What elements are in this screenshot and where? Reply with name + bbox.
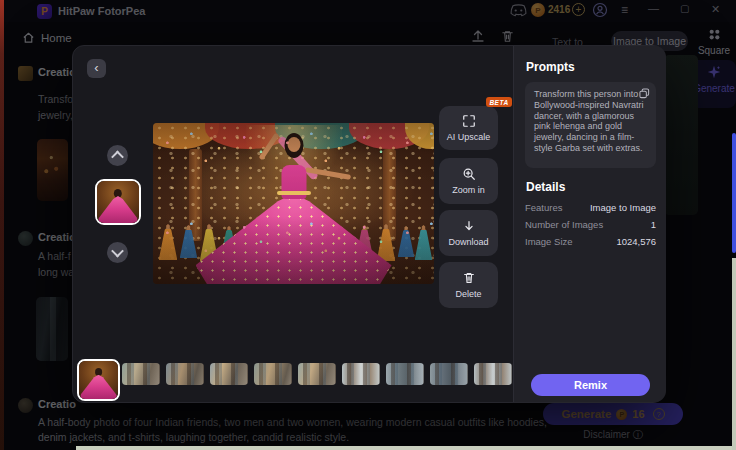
zoom-in-button[interactable]: Zoom in (439, 158, 498, 204)
detail-row-features: FeaturesImage to Image (525, 202, 656, 215)
previous-image-button[interactable] (107, 145, 128, 166)
screen-edge-artifact (732, 258, 736, 450)
filmstrip-thumb-selected[interactable] (77, 359, 120, 401)
delete-button[interactable]: Delete (439, 262, 498, 308)
details-panel: Prompts Transform this person into a Bol… (513, 46, 666, 402)
upscale-icon (462, 114, 476, 128)
filmstrip-thumb[interactable] (122, 363, 160, 385)
detail-row-number-of-images: Number of Images1 (525, 219, 656, 232)
back-button[interactable]: ‹ (87, 59, 106, 78)
filmstrip-thumb[interactable] (166, 363, 204, 385)
filmstrip-thumb[interactable] (210, 363, 248, 385)
app-window: P HitPaw FotorPea P 2416 + ≡ — ▢ ✕ Home … (0, 0, 736, 450)
zoom-in-icon (462, 167, 476, 181)
creation-detail-modal: ‹ (72, 45, 665, 403)
generated-image-preview[interactable] (153, 123, 434, 284)
ai-upscale-button[interactable]: AI Upscale (439, 106, 498, 150)
decor-vignette (153, 123, 434, 284)
download-icon (462, 219, 476, 233)
filmstrip-thumb[interactable] (298, 363, 336, 385)
chevron-down-icon (111, 245, 124, 258)
beta-badge: BETA (486, 97, 512, 107)
download-button[interactable]: Download (439, 210, 498, 256)
chevron-up-icon (111, 151, 124, 164)
screen-edge-artifact (0, 0, 4, 450)
prompt-text: Transform this person into a Bollywood-i… (534, 89, 646, 153)
remix-button[interactable]: Remix (531, 374, 650, 396)
filmstrip-thumb[interactable] (254, 363, 292, 385)
selected-image-thumbnail[interactable] (95, 179, 141, 225)
copy-icon[interactable] (639, 88, 650, 99)
scrollbar[interactable] (732, 133, 736, 253)
screen-edge-artifact (76, 446, 736, 450)
next-image-button[interactable] (107, 242, 128, 263)
filmstrip-thumb[interactable] (430, 363, 468, 385)
details-title: Details (526, 180, 565, 194)
filmstrip-thumb[interactable] (386, 363, 424, 385)
detail-row-image-size: Image Size1024,576 (525, 236, 656, 249)
filmstrip-thumb[interactable] (342, 363, 380, 385)
prompt-text-box: Transform this person into a Bollywood-i… (525, 82, 656, 168)
filmstrip-thumb[interactable] (474, 363, 512, 385)
delete-icon (462, 271, 476, 285)
prompts-title: Prompts (526, 60, 575, 74)
